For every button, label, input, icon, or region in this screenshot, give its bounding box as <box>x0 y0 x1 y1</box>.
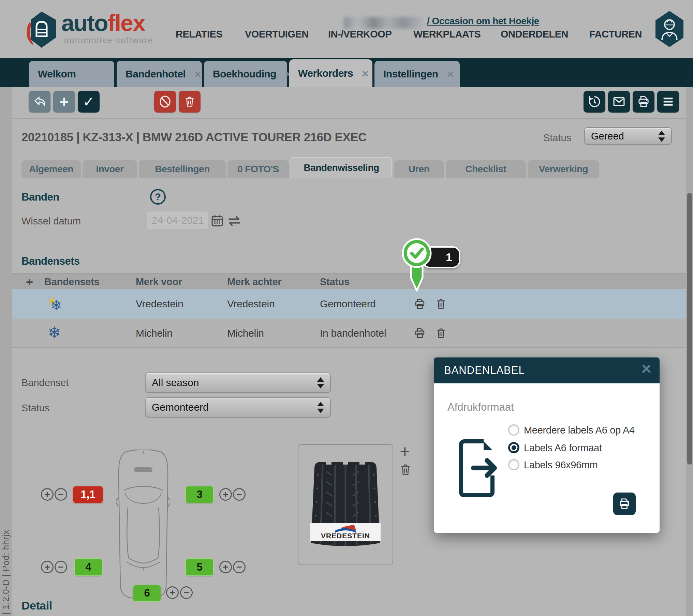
tab-close-icon[interactable]: × <box>438 68 454 81</box>
pressure-spare-decrease[interactable]: − <box>180 586 193 599</box>
masked-company-name <box>344 17 424 29</box>
dealer-link[interactable]: / Occasion om het Hoekje <box>427 16 539 27</box>
bandensets-table-header: + Bandensets Merk voor Merk achter Statu… <box>12 273 686 289</box>
tire-photo-frame[interactable]: VREDESTEIN <box>298 444 393 565</box>
pressure-fl-decrease[interactable]: − <box>55 488 67 501</box>
add-row-button[interactable]: + <box>26 275 33 289</box>
help-icon[interactable]: ? <box>150 189 166 205</box>
pressure-fr-increase[interactable]: + <box>219 488 232 501</box>
autoflex-app: autoflex automotive software RELATIES VO… <box>0 0 693 616</box>
subtab-checklist[interactable]: Checklist <box>446 160 526 178</box>
subtab-algemeen[interactable]: Algemeen <box>21 160 81 178</box>
autoflex-logo[interactable]: autoflex automotive software <box>25 10 171 52</box>
wissel-datum-value: 24-04-2021 <box>152 215 204 226</box>
pressure-spare-increase[interactable]: + <box>166 586 179 599</box>
tab-welkom[interactable]: Welkom <box>29 61 114 87</box>
print-button[interactable] <box>633 91 654 113</box>
tab-instellingen[interactable]: Instellingen × <box>374 61 460 87</box>
radio-labels-a6-formaat[interactable] <box>508 442 519 453</box>
subtab-uren[interactable]: Uren <box>394 160 444 178</box>
row-merk-voor: Michelin <box>136 327 173 339</box>
pressure-rr-decrease[interactable]: − <box>233 561 246 573</box>
printer-icon <box>413 297 426 310</box>
tab-boekhouding[interactable]: Boekhouding × <box>204 61 287 87</box>
radio-label-96x96[interactable]: Labels 96x96mm <box>524 459 598 471</box>
pressure-spare-value[interactable]: 6 <box>133 585 161 602</box>
snowflake-glyph: ❄ <box>48 324 61 341</box>
nav-werkplaats[interactable]: WERKPLAATS <box>413 29 481 40</box>
col-merk-voor: Merk voor <box>136 276 182 288</box>
swap-date-button[interactable] <box>226 215 242 227</box>
bandenset-row-allseason[interactable]: ☀ ❄ Vredestein Vredestein Gemonteerd <box>12 289 686 319</box>
scrollbar-thumb[interactable] <box>687 193 692 465</box>
subtab-bestellingen[interactable]: Bestellingen <box>139 160 226 178</box>
nav-onderdelen[interactable]: ONDERDELEN <box>501 29 568 40</box>
row-print-button[interactable] <box>413 297 426 310</box>
row-delete-button[interactable] <box>434 327 447 340</box>
pressure-rr-increase[interactable]: + <box>219 561 232 573</box>
plus-glyph: + <box>223 562 228 572</box>
subtab-bandenwisseling[interactable]: Bandenwisseling <box>291 157 392 178</box>
radio-labels-a6-op-a4[interactable] <box>508 424 519 436</box>
tire-delete-button[interactable] <box>398 463 413 477</box>
pressure-rl-increase[interactable]: + <box>41 561 54 573</box>
subtab-label: Uren <box>409 164 430 175</box>
pressure-rr-value[interactable]: 5 <box>185 558 214 576</box>
radio-label-a6-formaat[interactable]: Labels A6 formaat <box>524 442 602 454</box>
avatar[interactable] <box>655 11 683 47</box>
undo-button[interactable] <box>29 91 50 113</box>
bandensets-heading: Bandensets <box>21 255 80 267</box>
pressure-fr-decrease[interactable]: − <box>233 488 246 501</box>
tab-werkorders[interactable]: Werkorders × <box>289 59 372 87</box>
radio-label-a6-op-a4[interactable]: Meerdere labels A6 op A4 <box>524 425 635 436</box>
history-button[interactable] <box>584 91 605 113</box>
main-tab-bar: Welkom Bandenhotel × Boekhouding × Werko… <box>0 58 693 87</box>
pressure-rl-value[interactable]: 4 <box>74 558 103 576</box>
pressure-fr-value[interactable]: 3 <box>185 486 214 503</box>
pressure-fl-increase[interactable]: + <box>41 488 54 501</box>
delete-button[interactable] <box>179 91 201 113</box>
select-arrows-icon <box>317 377 324 388</box>
nav-in-verkoop[interactable]: IN-/VERKOOP <box>328 29 392 40</box>
subtab-invoer[interactable]: Invoer <box>83 160 137 178</box>
pressure-rl-decrease[interactable]: − <box>55 561 67 573</box>
tab-bandenhotel[interactable]: Bandenhotel × <box>117 61 202 87</box>
modal-print-button[interactable] <box>613 493 636 515</box>
nav-facturen[interactable]: FACTUREN <box>589 29 642 40</box>
history-icon <box>587 94 602 109</box>
row-delete-button[interactable] <box>434 297 447 310</box>
menu-button[interactable] <box>657 91 679 113</box>
wissel-datum-input[interactable]: 24-04-2021 <box>147 211 208 229</box>
modal-close-icon[interactable]: × <box>642 360 651 377</box>
mail-button[interactable] <box>608 91 630 113</box>
add-button[interactable]: + <box>53 91 75 113</box>
workorder-status-select[interactable]: Gereed <box>584 127 672 145</box>
bandenset-row-winter[interactable]: ❄ Michelin Michelin In bandenhotel <box>12 319 686 348</box>
cancel-button[interactable] <box>154 91 176 113</box>
nav-relaties[interactable]: RELATIES <box>176 29 222 40</box>
nav-voertuigen[interactable]: VOERTUIGEN <box>245 29 309 40</box>
trash-icon <box>183 95 196 108</box>
radio-labels-96x96[interactable] <box>508 459 519 470</box>
bandenset-select[interactable]: All season <box>145 372 331 393</box>
badge-count: 1 <box>446 251 452 264</box>
subtab-fotos[interactable]: 0 FOTO'S <box>227 160 289 178</box>
tire-add-button[interactable]: + <box>400 443 410 460</box>
pressure-fl-value[interactable]: 1,1 <box>73 486 103 503</box>
set-status-select[interactable]: Gemonteerd <box>145 397 331 417</box>
minus-glyph: − <box>58 562 63 572</box>
tab-close-icon[interactable]: × <box>186 68 201 81</box>
calendar-button[interactable] <box>210 214 224 228</box>
format-section-label: Afdrukformaat <box>447 401 514 413</box>
status-select-value: Gereed <box>591 131 624 142</box>
banden-heading: Banden <box>21 191 59 203</box>
minus-glyph: − <box>236 562 242 572</box>
subtab-label: 0 FOTO'S <box>237 164 279 175</box>
tab-close-icon[interactable]: × <box>353 67 368 80</box>
detail-heading: Detail <box>21 599 52 612</box>
subtab-verwerking[interactable]: Verwerking <box>528 160 599 178</box>
confirm-button[interactable]: ✓ <box>78 91 100 113</box>
plus-glyph: + <box>169 588 175 598</box>
trash-icon <box>434 297 447 310</box>
row-print-button[interactable] <box>413 327 426 340</box>
